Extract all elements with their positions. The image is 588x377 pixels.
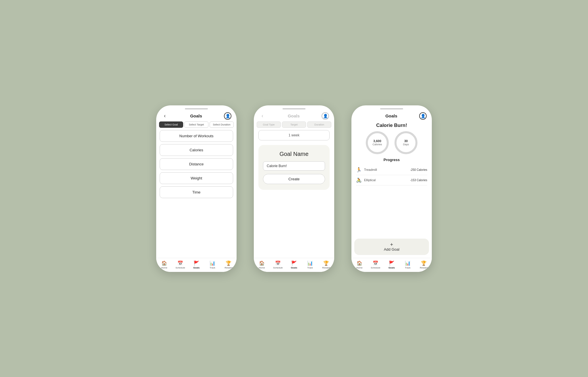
progress-section: Progress 🏃 Treadmill -250 Calories 🚴 Ell… (351, 158, 432, 198)
screen2-content: 1 week Goal Name Create (254, 130, 334, 258)
schedule-icon-3: 📅 (373, 260, 378, 266)
goal-name-title: Goal Name (279, 151, 308, 157)
treadmill-name: Treadmill (364, 168, 410, 171)
nav-goals-3[interactable]: 🚩 Goals (386, 260, 397, 269)
bottom-nav-1: 🏠 Home 📅 Schedule 🚩 Goals 📊 Track 🏆 Rewa… (156, 258, 237, 272)
nav-home-label-1: Home (161, 266, 167, 269)
schedule-icon-2: 📅 (275, 260, 281, 266)
nav-schedule-label-1: Schedule (175, 266, 185, 269)
screen3-header: Goals 👤 (351, 109, 432, 121)
add-goal-label: Add Goal (358, 247, 425, 252)
nav-track-label-2: Track (307, 266, 313, 269)
nav-reward-1[interactable]: 🏆 Reward (223, 260, 234, 269)
screen3-phone: Goals 👤 Calorie Burn! 3,600 Calories 30 … (351, 105, 432, 272)
screen2-header: ‹ Goals 👤 (254, 109, 334, 121)
goal-name-input[interactable] (263, 161, 325, 171)
calories-value: 3,600 (373, 139, 381, 143)
screen3-title: Goals (363, 113, 419, 118)
days-circle: 30 Days (394, 131, 417, 154)
treadmill-value: -250 Calories (410, 168, 427, 171)
tab-select-duration[interactable]: Select Duration (210, 121, 234, 128)
track-icon-2: 📊 (307, 260, 313, 266)
goal-list: Number of Workouts Calories Distance Wei… (156, 130, 237, 258)
tabs-row-1: Select Goal Select Target Select Duratio… (156, 121, 237, 128)
nav-schedule-2[interactable]: 📅 Schedule (272, 260, 284, 269)
nav-goals-1[interactable]: 🚩 Goals (191, 260, 202, 269)
nav-track-2[interactable]: 📊 Track (304, 260, 316, 269)
days-label: Days (403, 143, 409, 146)
calories-circle: 3,600 Calories (366, 131, 389, 154)
elliptical-icon: 🚴 (356, 177, 362, 183)
elliptical-name: Elliptical (364, 178, 410, 182)
screen1-phone: ‹ Goals 👤 Select Goal Select Target Sele… (156, 105, 237, 272)
nav-track-label-1: Track (210, 266, 215, 269)
home-icon-3: 🏠 (357, 260, 362, 266)
progress-title: Progress (356, 158, 427, 162)
days-value: 30 (404, 139, 408, 143)
nav-schedule-3[interactable]: 📅 Schedule (370, 260, 381, 269)
nav-track-label-3: Track (405, 266, 411, 269)
bottom-nav-2: 🏠 Home 📅 Schedule 🚩 Goals 📊 Track 🏆 Rewa… (254, 258, 334, 272)
nav-schedule-1[interactable]: 📅 Schedule (175, 260, 186, 269)
home-icon-2: 🏠 (259, 260, 265, 266)
goal-title-large: Calorie Burn! (351, 123, 432, 128)
back-button-1[interactable]: ‹ (161, 113, 168, 119)
nav-track-3[interactable]: 📊 Track (402, 260, 413, 269)
create-button[interactable]: Create (263, 174, 325, 184)
tab-target[interactable]: Target (282, 121, 306, 128)
back-button-2[interactable]: ‹ (259, 113, 266, 119)
treadmill-icon: 🏃 (356, 167, 362, 173)
elliptical-value: -153 Calories (410, 179, 427, 182)
nav-home-3[interactable]: 🏠 Home (354, 260, 365, 269)
track-icon-1: 📊 (210, 260, 215, 266)
avatar-2[interactable]: 👤 (322, 112, 329, 120)
tab-select-goal[interactable]: Select Goal (159, 121, 183, 128)
nav-home-label-2: Home (259, 266, 265, 269)
circles-row: 3,600 Calories 30 Days (351, 131, 432, 154)
week-selector[interactable]: 1 week (258, 130, 330, 140)
nav-goals-2[interactable]: 🚩 Goals (288, 260, 300, 269)
goal-item-distance[interactable]: Distance (160, 158, 233, 170)
tabs-row-2: Goal Type Target Duration (254, 121, 334, 128)
goal-item-weight[interactable]: Weight (160, 172, 233, 184)
reward-icon-2: 🏆 (323, 260, 329, 266)
screen2-title: Goals (266, 113, 322, 118)
screen1-header: ‹ Goals 👤 (156, 109, 237, 121)
goal-name-section: Goal Name Create (258, 145, 330, 190)
nav-reward-label-3: Reward (420, 266, 428, 269)
nav-reward-2[interactable]: 🏆 Reward (320, 260, 332, 269)
progress-item-elliptical: 🚴 Elliptical -153 Calories (356, 175, 427, 185)
nav-goals-label-3: Goals (388, 266, 395, 269)
nav-goals-label-2: Goals (291, 266, 297, 269)
tab-goal-type[interactable]: Goal Type (257, 121, 281, 128)
nav-home-2[interactable]: 🏠 Home (256, 260, 268, 269)
nav-home-1[interactable]: 🏠 Home (158, 260, 170, 269)
avatar-3[interactable]: 👤 (419, 112, 427, 120)
tab-duration[interactable]: Duration (307, 121, 331, 128)
nav-track-1[interactable]: 📊 Track (207, 260, 218, 269)
avatar-1[interactable]: 👤 (224, 112, 231, 120)
tab-select-target[interactable]: Select Target (184, 121, 208, 128)
screen2-phone: ‹ Goals 👤 Goal Type Target Duration 1 we… (254, 105, 334, 272)
add-goal-plus: + (358, 242, 425, 247)
nav-reward-label-2: Reward (322, 266, 330, 269)
reward-icon-1: 🏆 (226, 260, 231, 266)
goals-icon-3: 🚩 (389, 260, 394, 266)
screen3-content: Calorie Burn! 3,600 Calories 30 Days Pro… (351, 121, 432, 258)
schedule-icon-1: 📅 (177, 260, 183, 266)
nav-schedule-label-2: Schedule (273, 266, 283, 269)
reward-icon-3: 🏆 (421, 260, 427, 266)
calories-label: Calories (372, 143, 382, 146)
screen1-title: Goals (168, 113, 224, 118)
progress-item-treadmill: 🏃 Treadmill -250 Calories (356, 165, 427, 175)
goals-icon-1: 🚩 (194, 260, 199, 266)
nav-reward-label-1: Reward (225, 266, 233, 269)
nav-reward-3[interactable]: 🏆 Reward (418, 260, 430, 269)
add-goal-section[interactable]: + Add Goal (354, 239, 429, 255)
nav-schedule-label-3: Schedule (371, 266, 380, 269)
goal-item-calories[interactable]: Calories (160, 144, 233, 156)
goal-item-workouts[interactable]: Number of Workouts (160, 130, 233, 142)
home-icon-1: 🏠 (161, 260, 167, 266)
bottom-nav-3: 🏠 Home 📅 Schedule 🚩 Goals 📊 Track 🏆 Rewa… (351, 258, 432, 272)
goal-item-time[interactable]: Time (160, 186, 233, 198)
